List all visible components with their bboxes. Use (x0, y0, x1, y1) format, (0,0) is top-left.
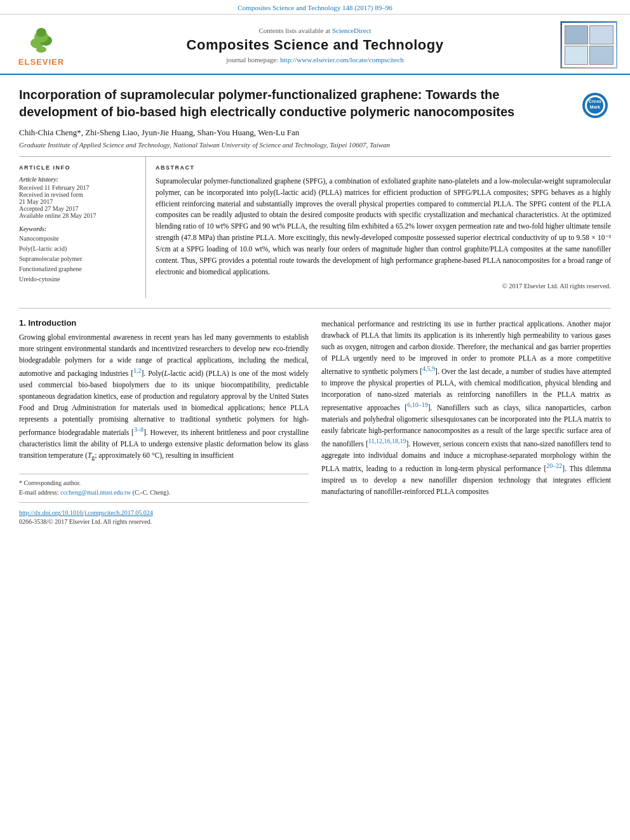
keyword-1: Nanocomposite (19, 234, 136, 244)
journal-info-center: Contents lists available at ScienceDirec… (70, 27, 560, 63)
abstract-column: Abstract Supramolecular polymer-function… (146, 157, 611, 298)
right-paragraph-1: mechanical performance and restricting i… (321, 318, 611, 497)
main-content: Incorporation of supramolecular polymer-… (0, 86, 630, 525)
keywords-label: Keywords: (19, 225, 136, 232)
article-info-abstract: Article Info Article history: Received 1… (19, 156, 611, 298)
introduction-paragraph-1: Growing global environmental awareness i… (19, 331, 309, 462)
homepage-line: journal homepage: http://www.elsevier.co… (70, 56, 560, 63)
elsevier-logo: ELSEVIER (13, 23, 70, 67)
keywords-block: Keywords: Nanocomposite Poly(L-lactic ac… (19, 225, 136, 284)
elsevier-brand-name: ELSEVIER (18, 57, 64, 67)
body-left-column: 1. Introduction Growing global environme… (19, 318, 309, 525)
introduction-heading: 1. Introduction (19, 318, 309, 328)
doi-link[interactable]: http://dx.doi.org/10.1016/j.compscitech.… (19, 509, 309, 516)
received-revised-label: Received in revised form (19, 191, 136, 198)
abstract-text: Supramolecular polymer-functionalized gr… (156, 176, 611, 277)
available-online: Available online 28 May 2017 (19, 212, 136, 219)
accepted-date: Accepted 27 May 2017 (19, 205, 136, 212)
elsevier-tree-icon (24, 23, 59, 56)
svg-point-5 (36, 28, 46, 37)
article-info-label: Article Info (19, 164, 136, 171)
footer-section: * Corresponding author. E-mail address: … (19, 474, 309, 525)
contents-line: Contents lists available at ScienceDirec… (70, 27, 560, 34)
corresponding-author-note: * Corresponding author. (19, 478, 309, 488)
sciencedirect-link[interactable]: ScienceDirect (332, 27, 372, 34)
crossmark-icon: Cross Mark (582, 92, 608, 119)
body-content: 1. Introduction Growing global environme… (19, 318, 611, 525)
svg-text:Cross: Cross (589, 99, 601, 103)
abstract-copyright: © 2017 Elsevier Ltd. All rights reserved… (156, 283, 611, 290)
crossmark-badge: Cross Mark (579, 90, 611, 121)
article-info-column: Article Info Article history: Received 1… (19, 157, 146, 298)
svg-text:Mark: Mark (590, 105, 600, 109)
body-right-column: mechanical performance and restricting i… (321, 318, 611, 525)
received-date: Received 11 February 2017 (19, 184, 136, 191)
journal-cover-thumbnail (560, 21, 617, 69)
received-revised-date: 21 May 2017 (19, 198, 136, 205)
article-title-section: Incorporation of supramolecular polymer-… (19, 86, 611, 121)
keywords-list: Nanocomposite Poly(L-lactic acid) Supram… (19, 234, 136, 284)
email-link[interactable]: cccheng@mail.ntust.edu.tw (60, 489, 131, 496)
history-label: Article history: (19, 176, 136, 183)
journal-title: Composites Science and Technology (70, 37, 560, 53)
abstract-label: Abstract (156, 164, 611, 171)
article-history: Article history: Received 11 February 20… (19, 176, 136, 219)
journal-homepage-link[interactable]: http://www.elsevier.com/locate/compscite… (280, 56, 404, 63)
email-note: E-mail address: cccheng@mail.ntust.edu.t… (19, 488, 309, 497)
section-divider (19, 308, 611, 309)
authors: Chih-Chia Cheng*, Zhi-Sheng Liao, Jyun-J… (19, 128, 611, 138)
keyword-4: Functionalized graphene (19, 264, 136, 274)
keyword-5: Ureido-cytosine (19, 274, 136, 284)
journal-header: ELSEVIER Contents lists available at Sci… (0, 15, 630, 75)
article-title: Incorporation of supramolecular polymer-… (19, 86, 579, 121)
journal-citation: Composites Science and Technology 148 (2… (0, 0, 630, 15)
affiliation: Graduate Institute of Applied Science an… (19, 141, 611, 149)
keyword-2: Poly(L-lactic acid) (19, 244, 136, 254)
footer-copyright: 0266-3538/© 2017 Elsevier Ltd. All right… (19, 518, 309, 525)
keyword-3: Supramolecular polymer (19, 254, 136, 264)
